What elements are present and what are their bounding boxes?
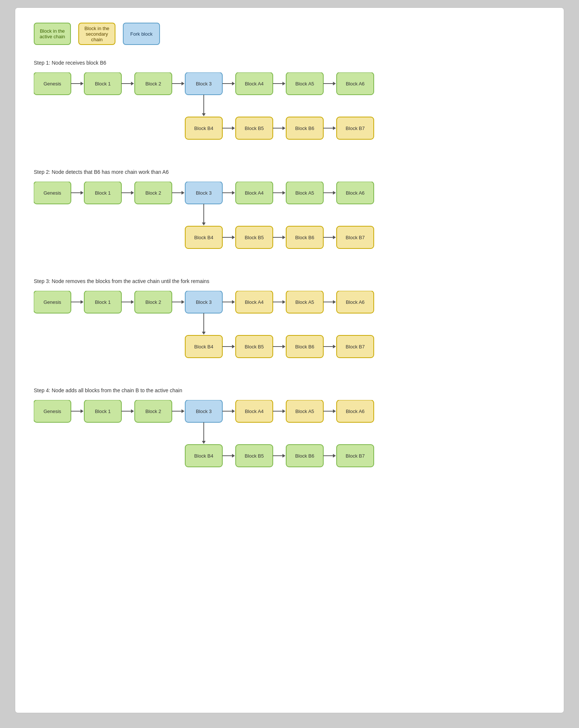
svg-text:Block A4: Block A4 [245, 81, 264, 87]
svg-marker-119 [282, 345, 285, 348]
svg-marker-23 [333, 82, 336, 85]
svg-marker-73 [232, 235, 235, 239]
svg-text:Block 1: Block 1 [95, 81, 111, 87]
diagram-wrapper-3: GenesisBlock 1Block 2Block 3Block A4Bloc… [34, 291, 545, 369]
svg-text:Block B6: Block B6 [295, 235, 314, 240]
svg-marker-165 [333, 454, 336, 458]
svg-text:Block A4: Block A4 [245, 299, 264, 305]
svg-marker-65 [333, 191, 336, 195]
legend: Block in the active chainBlock in the se… [34, 23, 545, 45]
svg-text:Block B4: Block B4 [194, 344, 213, 350]
diagram-wrapper-1: GenesisBlock 1Block 2Block 3Block A4Bloc… [34, 72, 545, 150]
svg-marker-31 [232, 126, 235, 130]
svg-text:Block B6: Block B6 [295, 344, 314, 350]
svg-text:Block B4: Block B4 [194, 453, 213, 459]
step-label-1: Step 1: Node receives block B6 [34, 60, 545, 66]
svg-text:Block A6: Block A6 [346, 409, 365, 414]
svg-marker-45 [81, 191, 84, 195]
step-label-4: Step 4: Node adds all blocks from the ch… [34, 387, 545, 393]
svg-text:Block B5: Block B5 [245, 126, 264, 131]
svg-text:Genesis: Genesis [43, 299, 61, 305]
svg-marker-11 [181, 82, 184, 85]
svg-text:Block B4: Block B4 [194, 235, 213, 240]
svg-marker-39 [333, 126, 336, 130]
svg-marker-115 [232, 345, 235, 348]
svg-marker-161 [282, 454, 285, 458]
step-section-2: Step 2: Node detects that B6 has more ch… [34, 169, 545, 260]
svg-text:Block B7: Block B7 [346, 235, 364, 240]
svg-marker-27 [202, 113, 206, 116]
svg-text:Block A5: Block A5 [295, 299, 314, 305]
svg-text:Block B7: Block B7 [346, 344, 364, 350]
svg-marker-123 [333, 345, 336, 348]
svg-marker-35 [282, 126, 285, 130]
diagram-wrapper-4: GenesisBlock 1Block 2Block 3Block A4Bloc… [34, 400, 545, 478]
svg-marker-87 [81, 300, 84, 304]
svg-marker-133 [131, 409, 134, 413]
svg-text:Block 3: Block 3 [196, 299, 212, 305]
page: Block in the active chainBlock in the se… [15, 7, 564, 713]
svg-marker-57 [232, 191, 235, 195]
svg-marker-99 [232, 300, 235, 304]
svg-marker-15 [232, 82, 235, 85]
svg-text:Block A5: Block A5 [295, 409, 314, 414]
step-section-3: Step 3: Node removes the blocks from the… [34, 278, 545, 369]
svg-marker-7 [131, 82, 134, 85]
svg-text:Genesis: Genesis [43, 409, 61, 414]
svg-text:Block A4: Block A4 [245, 190, 264, 196]
svg-marker-145 [282, 409, 285, 413]
step-section-1: Step 1: Node receives block B6GenesisBlo… [34, 60, 545, 150]
svg-marker-69 [202, 222, 206, 225]
svg-text:Block 3: Block 3 [196, 81, 212, 87]
svg-marker-53 [181, 191, 184, 195]
svg-text:Block A5: Block A5 [295, 190, 314, 196]
legend-item: Fork block [123, 23, 160, 45]
svg-text:Block A4: Block A4 [245, 409, 264, 414]
svg-text:Block 2: Block 2 [145, 409, 161, 414]
svg-marker-77 [282, 235, 285, 239]
steps-container: Step 1: Node receives block B6GenesisBlo… [34, 60, 545, 478]
svg-text:Block B7: Block B7 [346, 126, 364, 131]
svg-text:Genesis: Genesis [43, 81, 61, 87]
svg-text:Block B5: Block B5 [245, 235, 264, 240]
svg-text:Block 1: Block 1 [95, 299, 111, 305]
step-section-4: Step 4: Node adds all blocks from the ch… [34, 387, 545, 478]
svg-marker-61 [282, 191, 285, 195]
svg-text:Block 1: Block 1 [95, 409, 111, 414]
svg-text:Block B5: Block B5 [245, 344, 264, 350]
legend-box-blue: Fork block [123, 23, 160, 45]
svg-marker-141 [232, 409, 235, 413]
svg-marker-137 [181, 409, 184, 413]
diagram-wrapper-2: GenesisBlock 1Block 2Block 3Block A4Bloc… [34, 182, 545, 260]
svg-text:Block A6: Block A6 [346, 81, 365, 87]
svg-marker-149 [333, 409, 336, 413]
svg-text:Block 3: Block 3 [196, 409, 212, 414]
svg-text:Block 2: Block 2 [145, 299, 161, 305]
legend-item: Block in the secondary chain [78, 23, 115, 45]
svg-text:Block B4: Block B4 [194, 126, 213, 131]
svg-marker-81 [333, 235, 336, 239]
svg-marker-157 [232, 454, 235, 458]
legend-box-green: Block in the active chain [34, 23, 71, 45]
svg-text:Block A5: Block A5 [295, 81, 314, 87]
svg-text:Block A6: Block A6 [346, 190, 365, 196]
svg-marker-107 [333, 300, 336, 304]
svg-marker-95 [181, 300, 184, 304]
svg-text:Block B7: Block B7 [346, 453, 364, 459]
step-label-2: Step 2: Node detects that B6 has more ch… [34, 169, 545, 175]
svg-text:Block B6: Block B6 [295, 126, 314, 131]
svg-text:Block 1: Block 1 [95, 190, 111, 196]
legend-item: Block in the active chain [34, 23, 71, 45]
svg-text:Genesis: Genesis [43, 190, 61, 196]
svg-marker-49 [131, 191, 134, 195]
svg-text:Block 2: Block 2 [145, 81, 161, 87]
svg-marker-153 [202, 441, 206, 444]
svg-marker-19 [282, 82, 285, 85]
svg-marker-103 [282, 300, 285, 304]
svg-marker-129 [81, 409, 84, 413]
svg-text:Block B5: Block B5 [245, 453, 264, 459]
step-label-3: Step 3: Node removes the blocks from the… [34, 278, 545, 284]
svg-marker-3 [81, 82, 84, 85]
svg-marker-111 [202, 332, 206, 335]
svg-text:Block 3: Block 3 [196, 190, 212, 196]
